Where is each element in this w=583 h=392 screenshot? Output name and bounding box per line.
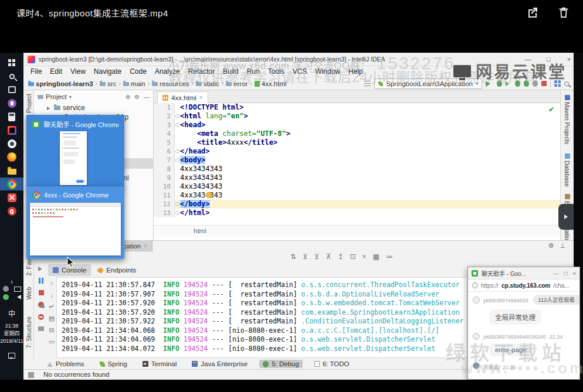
show-execution-point-icon[interactable]: ⇅ <box>290 253 296 261</box>
taskbar-item-search[interactable] <box>0 70 23 83</box>
toolwindow-tab-problems[interactable]: Problems <box>43 360 88 368</box>
fold-marker[interactable] <box>175 209 180 217</box>
view-breakpoints-icon[interactable]: ▦ <box>373 253 379 261</box>
menu-build[interactable]: Build <box>219 66 243 77</box>
menu-help[interactable]: Help <box>344 66 367 77</box>
mute-breakpoints-icon[interactable] <box>38 302 44 308</box>
taskbar-item-firefox[interactable] <box>0 151 23 163</box>
soft-wrap-icon[interactable]: ↵ <box>49 303 54 310</box>
settings-icon[interactable]: ⚙ <box>548 242 554 250</box>
scroll-end-icon[interactable]: ▤ <box>49 315 55 322</box>
tab-endpoints[interactable]: Endpoints <box>93 264 141 276</box>
taskbar-item-chrome[interactable] <box>0 178 23 190</box>
fold-marker[interactable] <box>175 147 180 156</box>
ime-indicator[interactable]: 中 <box>0 308 23 318</box>
up-stack-icon[interactable]: ↑ <box>50 279 53 287</box>
taskbar-preview-4xxx[interactable]: 4xxx - Google Chrome <box>26 186 124 259</box>
print-icon[interactable]: ⊟ <box>49 326 54 333</box>
flyout-expand-button[interactable] <box>558 204 574 230</box>
menu-navigate[interactable]: Navigate <box>90 66 126 77</box>
coverage-button[interactable] <box>506 81 511 86</box>
toolwindow-tab-terminal[interactable]: Terminal <box>139 360 180 368</box>
intention-bulb-icon[interactable] <box>206 192 212 198</box>
taskbar-overflow-chevron[interactable]: › <box>0 278 23 286</box>
close-button[interactable]: × <box>572 270 576 277</box>
toolwindow-tab-debug[interactable]: 5: Debug <box>259 360 303 368</box>
breadcrumb-item[interactable]: error <box>226 80 248 87</box>
chat-message-list[interactable]: ykt5638974694603 112人正在观看 全局异常处理 ykt5638… <box>468 292 579 379</box>
screenshot-icon[interactable] <box>38 326 44 331</box>
chat-window[interactable]: 聊天助手 - Goo... — □ × i https://cp.study.1… <box>467 267 580 380</box>
rerun-icon[interactable] <box>38 267 45 271</box>
pause-icon[interactable] <box>39 278 43 284</box>
minimize-button[interactable]: — <box>553 270 559 277</box>
run-config-dropdown[interactable]: SpringbootLearn3Application ▾ <box>374 79 482 89</box>
taskbar-clock[interactable]: 21:38 星期四 2019/4/11 <box>0 322 23 345</box>
taskbar-item-intellij-idea[interactable] <box>0 124 23 137</box>
hide-icon[interactable]: — <box>144 94 150 100</box>
close-tab-icon[interactable]: × <box>144 243 147 249</box>
menu-view[interactable]: View <box>66 66 90 77</box>
locate-icon[interactable]: ⊕ <box>126 94 130 100</box>
toolwindow-tab-todo[interactable]: 6: TODO <box>311 360 353 368</box>
editor-code[interactable]: 1<!DOCTYPE html>2<html lang="en">3<head>… <box>154 103 560 225</box>
preview-thumbnail[interactable] <box>60 131 87 185</box>
menu-refactor[interactable]: Refactor <box>184 66 219 77</box>
taskbar-item-netease-music[interactable] <box>0 204 23 217</box>
step-over-icon[interactable]: ⊻ <box>303 253 308 261</box>
tool-windows-grid-icon[interactable] <box>554 80 561 87</box>
editor-tab-4xx-html[interactable]: 4xx.html × <box>157 91 208 103</box>
taskbar-preview-chat[interactable]: 聊天助手 - Google Chrome <box>26 115 124 189</box>
menu-edit[interactable]: Edit <box>46 66 66 77</box>
delete-button[interactable] <box>555 4 572 21</box>
run-to-cursor-icon[interactable]: ⊡ <box>350 253 356 261</box>
evaluate-expression-icon[interactable]: × <box>362 253 367 261</box>
taskbar-item-netease-app[interactable] <box>0 137 23 150</box>
settings-layout-icon[interactable]: ≔ <box>386 253 393 261</box>
fold-marker[interactable] <box>175 121 180 129</box>
fold-marker[interactable] <box>175 156 180 165</box>
down-stack-icon[interactable]: ↓ <box>50 291 53 298</box>
chat-titlebar[interactable]: 聊天助手 - Goo... — □ × <box>468 267 579 279</box>
fold-marker[interactable] <box>175 112 180 121</box>
stop-button[interactable] <box>541 81 547 86</box>
search-everywhere-icon[interactable] <box>564 81 569 86</box>
action-center-button[interactable] <box>0 353 23 359</box>
breadcrumb-item[interactable]: src <box>100 80 116 87</box>
close-tab-icon[interactable]: × <box>199 94 203 101</box>
minimize-button[interactable]: — <box>519 53 537 66</box>
volume-icon[interactable] <box>15 295 21 299</box>
toolwindow-toggle-icon[interactable] <box>28 372 34 378</box>
maximize-button[interactable]: □ <box>540 53 557 66</box>
toolwindow-tab-javaee[interactable]: Java Enterprise <box>188 360 251 368</box>
taskbar-item-xmind[interactable] <box>0 191 23 204</box>
taskbar-item-task-view[interactable] <box>0 83 23 96</box>
settings-icon[interactable]: ⚙ <box>134 94 140 100</box>
preview-thumbnail[interactable] <box>30 203 121 255</box>
menu-tools[interactable]: Tools <box>264 66 289 77</box>
project-panel-header[interactable]: Project ▾ ⊕⚙— <box>34 90 153 103</box>
tab-console[interactable]: Console <box>48 264 91 276</box>
ide-titlebar[interactable]: springboot-learn3 [D:\git-demo\springboo… <box>23 53 574 66</box>
run-button[interactable] <box>486 81 493 87</box>
tool-strip-maven[interactable]: Maven Projects <box>564 95 571 144</box>
breadcrumb-item[interactable]: springboot-learn3 <box>28 80 93 87</box>
rerun-debugger-button[interactable] <box>524 80 529 87</box>
menu-run[interactable]: Run <box>243 66 264 77</box>
tray-app-icon[interactable] <box>3 286 9 292</box>
maximize-button[interactable]: □ <box>564 270 568 277</box>
debug-button[interactable] <box>497 80 502 87</box>
chat-address-bar[interactable]: i https://cp.study.163.com/cha... <box>468 279 579 292</box>
taskbar-item-file-explorer[interactable] <box>0 164 23 177</box>
tool-strip-database[interactable]: Database <box>564 154 571 187</box>
tool-strip-structure[interactable]: 7: Structure <box>25 316 32 348</box>
wechat-icon[interactable] <box>3 294 9 300</box>
close-button[interactable]: × <box>560 53 578 66</box>
toolwindow-tab-spring[interactable]: Spring <box>96 360 131 368</box>
tool-strip-web[interactable]: Web <box>25 287 32 299</box>
taskbar-item-app-purple[interactable] <box>0 97 23 110</box>
pin-icon[interactable]: ⊥ <box>560 242 565 250</box>
breadcrumb-item[interactable]: static <box>196 80 219 87</box>
menu-vcs[interactable]: VCS <box>289 66 311 77</box>
editor-breadcrumb-html[interactable]: html <box>194 227 206 234</box>
